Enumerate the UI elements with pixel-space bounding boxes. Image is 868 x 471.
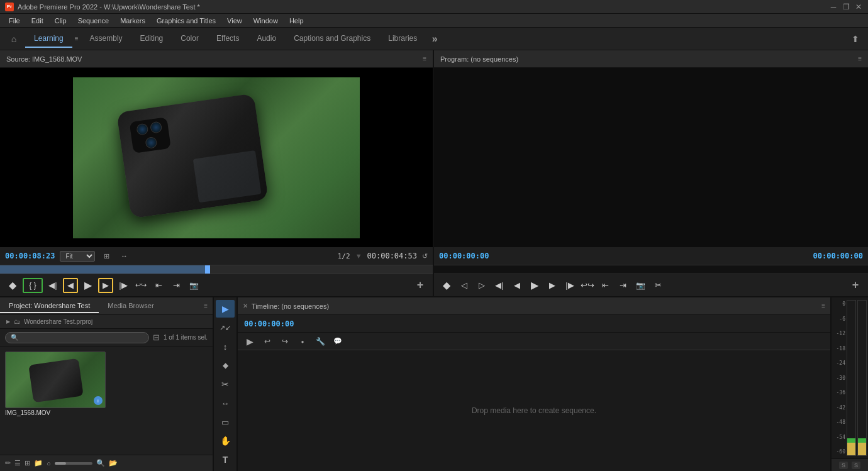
tab-media-browser[interactable]: Media Browser xyxy=(99,299,162,313)
rate-stretch-tool-button[interactable]: ◆ xyxy=(216,357,235,374)
hand-tool-button[interactable]: ✋ xyxy=(216,432,235,450)
insert-button[interactable]: ⇤ xyxy=(151,278,166,293)
tab-assembly[interactable]: Assembly xyxy=(81,30,131,48)
list-view-icon[interactable]: ☰ xyxy=(14,459,21,467)
tab-project[interactable]: Project: Wondershare Test xyxy=(0,299,99,313)
project-media-grid: i IMG_1568.MOV xyxy=(0,346,213,455)
menu-file[interactable]: File xyxy=(4,16,25,26)
tab-audio[interactable]: Audio xyxy=(248,30,285,48)
tab-learning[interactable]: Learning xyxy=(25,30,72,48)
source-settings-icon[interactable]: ⊞ xyxy=(100,250,113,262)
meter-s-left[interactable]: S xyxy=(839,462,848,469)
go-to-in-point[interactable]: ◀| xyxy=(45,278,60,293)
program-panel-header: Program: (no sequences) ≡ xyxy=(434,50,868,68)
timeline-captions[interactable]: 💬 xyxy=(331,335,345,348)
tab-editing[interactable]: Editing xyxy=(131,30,172,48)
restore-button[interactable]: ❐ xyxy=(842,3,850,11)
close-button[interactable]: ✕ xyxy=(854,3,863,11)
play-button[interactable]: ▶ xyxy=(81,278,96,293)
prog-overwrite[interactable]: ⇥ xyxy=(615,278,630,293)
program-panel-menu[interactable]: ≡ xyxy=(858,55,862,62)
menu-graphics-titles[interactable]: Graphics and Titles xyxy=(152,16,221,26)
prog-trim[interactable]: ✂ xyxy=(650,278,665,293)
step-back-button[interactable]: ◀ xyxy=(63,278,78,293)
prog-go-out[interactable]: |▶ xyxy=(562,278,577,293)
razor-tool-button[interactable]: ✂ xyxy=(216,375,235,393)
rectangle-tool-button[interactable]: ▭ xyxy=(216,413,235,431)
timeline-close-button[interactable]: ✕ xyxy=(243,302,248,309)
menu-help[interactable]: Help xyxy=(284,16,309,26)
go-to-out-point[interactable]: |▶ xyxy=(116,278,131,293)
more-workspaces-button[interactable]: » xyxy=(426,30,443,48)
home-button[interactable]: ⌂ xyxy=(5,30,23,48)
step-fwd-button[interactable]: ▶ xyxy=(98,278,113,293)
prog-insert[interactable]: ⇤ xyxy=(598,278,613,293)
tab-captions-graphics[interactable]: Captions and Graphics xyxy=(285,30,379,48)
prog-step-back[interactable]: ◀ xyxy=(509,278,525,293)
source-panel-menu[interactable]: ≡ xyxy=(423,55,426,62)
project-list-view[interactable]: ⊟ xyxy=(153,333,160,342)
source-zoom-select[interactable]: Fit 25% 50% 75% 100% xyxy=(60,251,95,262)
prog-camera[interactable]: 📷 xyxy=(633,278,648,293)
media-thumbnail[interactable]: i xyxy=(5,352,106,408)
ripple-edit-tool-button[interactable]: ↕ xyxy=(216,338,235,355)
meter-s-right[interactable]: S xyxy=(852,462,860,469)
timeline-menu-button[interactable]: ≡ xyxy=(821,302,825,309)
search-icon-bottom[interactable]: 🔍 xyxy=(96,459,105,467)
icon-view-icon[interactable]: ⊞ xyxy=(25,459,30,467)
thumbnail-size-slider[interactable] xyxy=(55,462,92,465)
new-item-icon[interactable]: ✏ xyxy=(5,459,11,467)
source-loop-icon[interactable]: ↺ xyxy=(422,252,428,260)
overwrite-button[interactable]: ⇥ xyxy=(169,278,184,293)
source-scrubber[interactable] xyxy=(0,265,433,274)
prog-loop[interactable]: ↩↪ xyxy=(580,278,595,293)
prog-mark-out[interactable]: ▷ xyxy=(474,278,489,293)
tab-effects[interactable]: Effects xyxy=(208,30,248,48)
program-scrubber[interactable] xyxy=(434,265,868,274)
timeline-add-track[interactable]: ▶ xyxy=(243,335,257,348)
prog-add-marker[interactable]: ◆ xyxy=(439,278,454,293)
mark-in-out-button[interactable]: { } xyxy=(23,278,43,293)
free-speech-bubble-icon[interactable]: ○ xyxy=(47,460,51,467)
program-add-button[interactable]: + xyxy=(848,278,863,293)
text-tool-button[interactable]: T xyxy=(216,451,235,468)
source-compare-icon[interactable]: ↔ xyxy=(118,250,130,262)
minimize-button[interactable]: ─ xyxy=(829,3,838,11)
list-item[interactable]: i IMG_1568.MOV xyxy=(5,352,208,416)
menu-window[interactable]: Window xyxy=(248,16,283,26)
timeline-undo[interactable]: ↩ xyxy=(260,335,274,348)
tab-learning-menu[interactable]: ≡ xyxy=(72,31,81,46)
menu-markers[interactable]: Markers xyxy=(115,16,150,26)
project-tabs-menu[interactable]: ≡ xyxy=(199,300,213,312)
menu-view[interactable]: View xyxy=(222,16,247,26)
source-add-button[interactable]: + xyxy=(413,278,428,293)
selection-tool-button[interactable]: ▶ xyxy=(216,300,235,318)
menu-sequence[interactable]: Sequence xyxy=(73,16,114,26)
project-search-box[interactable]: 🔍 xyxy=(5,332,149,343)
menu-edit[interactable]: Edit xyxy=(26,16,48,26)
timeline-redo[interactable]: ↪ xyxy=(278,335,292,348)
new-bin-icon[interactable]: 📁 xyxy=(34,459,43,467)
project-expand-arrow[interactable]: ▶ xyxy=(6,319,10,324)
program-panel-title: Program: (no sequences) xyxy=(440,55,518,63)
menu-clip[interactable]: Clip xyxy=(50,16,72,26)
scrubber-track[interactable] xyxy=(0,265,433,274)
new-folder-icon[interactable]: 📂 xyxy=(109,459,118,467)
export-frame-button[interactable]: 📷 xyxy=(186,278,201,293)
add-marker-button[interactable]: ◆ xyxy=(5,278,20,293)
prog-go-in[interactable]: ◀| xyxy=(492,278,507,293)
loop-button[interactable]: ↩↪ xyxy=(133,278,148,293)
prog-step-fwd[interactable]: ▶ xyxy=(545,278,560,293)
tab-color[interactable]: Color xyxy=(172,30,208,48)
track-select-tool-button[interactable]: ↗↙ xyxy=(216,319,235,336)
tab-libraries[interactable]: Libraries xyxy=(379,30,426,48)
timeline-wrench[interactable]: 🔧 xyxy=(313,335,327,348)
title-bar-controls[interactable]: ─ ❐ ✕ xyxy=(829,3,863,11)
meter-label-24: -24 xyxy=(833,360,845,366)
export-button[interactable]: ⬆ xyxy=(848,31,863,47)
scrubber-head[interactable] xyxy=(205,265,210,274)
prog-play[interactable]: ▶ xyxy=(527,278,542,293)
slip-tool-button[interactable]: ↔ xyxy=(216,394,235,412)
prog-mark-in[interactable]: ◁ xyxy=(457,278,472,293)
timeline-snap[interactable]: ⬥ xyxy=(296,335,309,348)
